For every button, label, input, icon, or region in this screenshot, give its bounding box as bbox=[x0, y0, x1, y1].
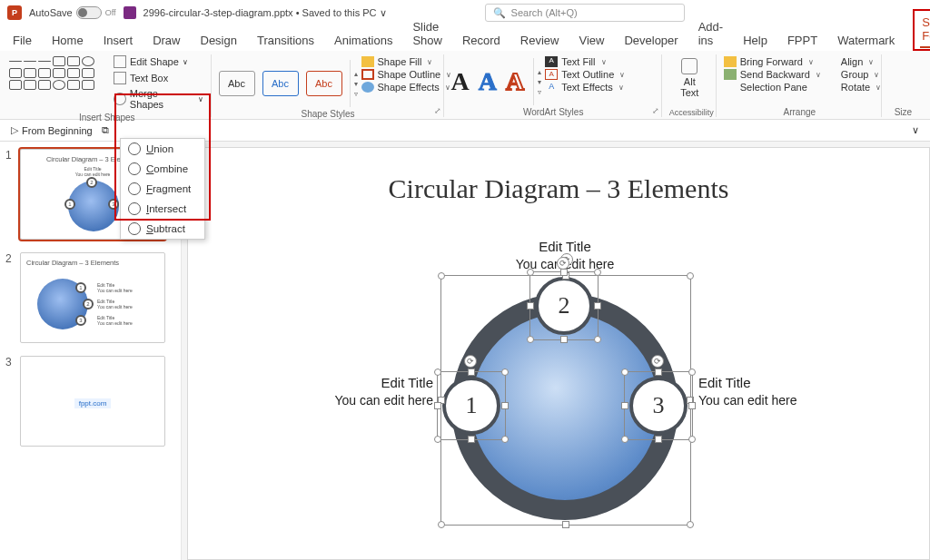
text-outline-button[interactable]: AText Outline∨ bbox=[545, 69, 625, 80]
tab-animations[interactable]: Animations bbox=[332, 30, 394, 51]
style-sample-1[interactable]: Abc bbox=[219, 71, 255, 96]
play-icon: ▷ bbox=[11, 124, 18, 136]
powerpoint-icon: P bbox=[7, 5, 22, 20]
style-gallery-more[interactable]: ▴▾▿ bbox=[350, 60, 358, 107]
merge-subtract[interactable]: Subtract bbox=[121, 219, 204, 239]
tab-home[interactable]: Home bbox=[50, 30, 85, 51]
union-icon bbox=[128, 142, 141, 155]
bring-forward-button[interactable]: Bring Forward∨ bbox=[724, 56, 821, 67]
edit-shape-button[interactable]: Edit Shape∨ bbox=[112, 54, 205, 69]
tab-insert[interactable]: Insert bbox=[102, 30, 135, 51]
tab-transitions[interactable]: Transitions bbox=[255, 30, 316, 51]
tab-record[interactable]: Record bbox=[460, 30, 502, 51]
slide-title[interactable]: Circular Diagram – 3 Elements bbox=[188, 173, 929, 204]
align-icon bbox=[825, 56, 837, 67]
from-beginning-button[interactable]: ▷From Beginning bbox=[11, 124, 93, 136]
tab-addins[interactable]: Add-ins bbox=[697, 16, 725, 51]
wordart-sample-3[interactable]: A bbox=[506, 67, 524, 96]
rotate-handle-node-1[interactable]: ⟳ bbox=[464, 355, 477, 368]
toggle-icon[interactable] bbox=[76, 6, 102, 19]
shape-fill-icon bbox=[361, 56, 374, 67]
shape-styles-launcher[interactable]: ⤢ bbox=[434, 106, 441, 115]
group-label-wordart: WordArt Styles bbox=[451, 105, 656, 117]
tab-slideshow[interactable]: Slide Show bbox=[411, 16, 444, 51]
tab-draw[interactable]: Draw bbox=[151, 30, 182, 51]
rotate-handle-node-2[interactable]: ⟳ bbox=[557, 257, 569, 270]
thumbnail-2[interactable]: Circular Diagram – 3 Elements 1 2 3 Edit… bbox=[20, 252, 165, 343]
slide: Circular Diagram – 3 Elements Edit Title… bbox=[187, 147, 930, 560]
group-insert-shapes: Edit Shape∨ Text Box Merge Shapes∨ Inser… bbox=[7, 54, 212, 117]
merge-shapes-icon bbox=[114, 93, 126, 105]
align-button[interactable]: Align∨ bbox=[825, 56, 881, 67]
group-label-size: Size bbox=[889, 105, 917, 117]
thumb-num-3: 3 bbox=[5, 356, 15, 447]
send-backward-button[interactable]: Send Backward∨ bbox=[724, 69, 821, 80]
shape-effects-icon bbox=[361, 82, 374, 93]
thumb-row-3[interactable]: 3 fppt.com bbox=[5, 356, 175, 447]
intersect-icon bbox=[128, 202, 141, 215]
tab-view[interactable]: View bbox=[577, 30, 606, 51]
quick-dropdown[interactable]: ∨ bbox=[912, 124, 919, 136]
wordart-sample-2[interactable]: A bbox=[479, 67, 497, 96]
search-placeholder: Search (Alt+Q) bbox=[511, 7, 578, 18]
selection-node-3[interactable] bbox=[624, 371, 693, 440]
group-label-arrange: Arrange bbox=[724, 105, 876, 117]
alt-text-button[interactable]: Alt Text bbox=[671, 54, 707, 98]
selection-node-2[interactable] bbox=[529, 271, 599, 340]
shape-style-gallery[interactable]: Abc Abc Abc ▴▾▿ bbox=[219, 54, 358, 107]
merge-shapes-button[interactable]: Merge Shapes∨ bbox=[112, 87, 205, 111]
tab-review[interactable]: Review bbox=[519, 30, 561, 51]
thumb-num-2: 2 bbox=[5, 252, 15, 343]
rotate-handle-node-3[interactable]: ⟳ bbox=[651, 355, 664, 368]
tab-developer[interactable]: Developer bbox=[622, 30, 679, 51]
search-input[interactable]: 🔍 Search (Alt+Q) bbox=[485, 4, 685, 22]
merge-combine[interactable]: Combine bbox=[121, 159, 204, 179]
wordart-gallery[interactable]: A A A ▴▾▿ bbox=[451, 54, 542, 105]
rotate-button[interactable]: Rotate∨ bbox=[825, 82, 881, 93]
group-button[interactable]: Group∨ bbox=[825, 69, 881, 80]
wordart-gallery-more[interactable]: ▴▾▿ bbox=[533, 58, 541, 105]
text-box-button[interactable]: Text Box bbox=[112, 71, 205, 85]
selection-pane-button[interactable]: Selection Pane bbox=[724, 82, 821, 93]
text-right[interactable]: Edit Title You can edit here bbox=[698, 373, 898, 410]
tab-help[interactable]: Help bbox=[741, 30, 769, 51]
tab-file[interactable]: File bbox=[11, 30, 34, 51]
text-fill-button[interactable]: AText Fill∨ bbox=[545, 56, 625, 67]
quick-icon-1[interactable]: ⧉ bbox=[102, 124, 109, 136]
title-bar: P AutoSave Off 2996-circular-3-step-diag… bbox=[0, 0, 930, 25]
highlight-shape-format: Shape Format bbox=[913, 9, 930, 51]
wordart-sample-1[interactable]: A bbox=[451, 67, 470, 96]
tab-design[interactable]: Design bbox=[199, 30, 239, 51]
merge-fragment[interactable]: Fragment bbox=[121, 179, 204, 199]
thumb-row-2[interactable]: 2 Circular Diagram – 3 Elements 1 2 3 Ed… bbox=[5, 252, 175, 343]
document-title[interactable]: 2996-circular-3-step-diagram.pptx • Save… bbox=[143, 7, 387, 19]
thumbnail-3[interactable]: fppt.com bbox=[20, 356, 165, 447]
selection-node-1[interactable] bbox=[437, 371, 506, 440]
group-icon bbox=[825, 69, 837, 80]
subtract-icon bbox=[128, 222, 141, 235]
shapes-gallery[interactable] bbox=[9, 54, 108, 90]
group-label-insert-shapes: Insert Shapes bbox=[9, 111, 205, 123]
text-box-icon bbox=[114, 72, 126, 84]
slide-canvas[interactable]: Circular Diagram – 3 Elements Edit Title… bbox=[182, 142, 930, 560]
wordart-launcher[interactable]: ⤢ bbox=[652, 106, 659, 115]
shape-outline-button[interactable]: Shape Outline∨ bbox=[361, 69, 452, 80]
style-sample-2[interactable]: Abc bbox=[262, 71, 299, 96]
shape-fill-button[interactable]: Shape Fill∨ bbox=[361, 56, 452, 67]
diagram: Edit Title You can edit here Edit Title … bbox=[361, 239, 769, 560]
autosave-state: Off bbox=[105, 8, 116, 17]
shape-effects-button[interactable]: Shape Effects∨ bbox=[361, 82, 452, 93]
text-left[interactable]: Edit Title You can edit here bbox=[233, 373, 433, 410]
tab-fppt[interactable]: FPPT bbox=[786, 30, 819, 51]
style-sample-3[interactable]: Abc bbox=[306, 71, 342, 96]
group-accessibility: Alt Text Accessibility bbox=[668, 54, 717, 117]
merge-intersect[interactable]: Intersect bbox=[121, 199, 204, 219]
text-effects-button[interactable]: AText Effects∨ bbox=[545, 82, 625, 93]
save-icon[interactable] bbox=[124, 6, 136, 19]
tab-watermark[interactable]: Watermark bbox=[836, 30, 896, 51]
autosave-toggle[interactable]: AutoSave Off bbox=[29, 6, 116, 19]
tab-shape-format[interactable]: Shape Format bbox=[920, 12, 930, 48]
shape-outline-icon bbox=[361, 69, 374, 80]
merge-union[interactable]: Union bbox=[121, 139, 204, 159]
fragment-icon bbox=[128, 182, 141, 195]
